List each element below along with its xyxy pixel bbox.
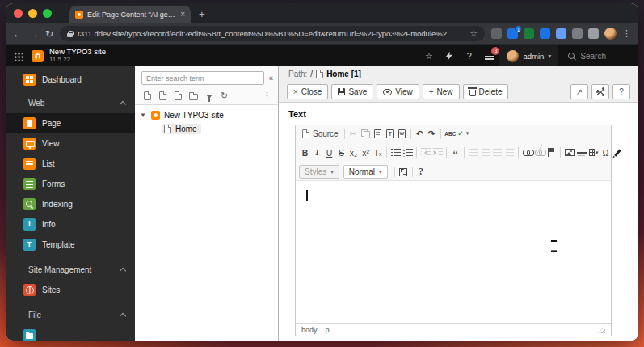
align-left-button[interactable] [467, 146, 479, 159]
sidebar-item-partial[interactable] [6, 325, 135, 341]
superscript-button[interactable]: x² [360, 146, 372, 159]
extension-icon-4[interactable] [540, 28, 550, 39]
strikethrough-button[interactable]: S [335, 146, 347, 159]
extension-icon-3[interactable] [524, 28, 534, 39]
tab-close-icon[interactable]: × [180, 11, 185, 19]
copy-button[interactable] [360, 127, 372, 140]
help-icon[interactable]: ? [459, 45, 479, 66]
format-dropdown[interactable]: Normal ▾ [343, 165, 388, 179]
table-button[interactable]: ▾ [587, 146, 600, 159]
close-window-button[interactable] [14, 9, 23, 18]
sidebar-item-dashboard[interactable]: Dashboard [6, 70, 135, 90]
tree-row-root[interactable]: ▼ New TYPO3 site [135, 108, 278, 122]
sidebar-section-site-management[interactable]: Site Management [6, 260, 135, 280]
horizontal-rule-button[interactable] [575, 146, 587, 159]
remove-format-button[interactable]: Tx [372, 146, 384, 159]
url-omnibox[interactable]: t311.ddev.site/typo3/record/edit?edit%5B… [60, 26, 485, 41]
italic-button[interactable]: I [311, 146, 323, 159]
sidebar-item-list[interactable]: List [6, 154, 135, 174]
extension-icon-5[interactable] [556, 28, 566, 39]
puzzle-extension-icon[interactable] [588, 28, 599, 39]
topbar-search[interactable]: Search [558, 45, 638, 66]
extension-icon-2[interactable]: 1 [507, 28, 518, 39]
extension-icon-6[interactable] [572, 28, 583, 39]
view-button[interactable]: View [377, 84, 419, 99]
align-justify-button[interactable] [503, 146, 516, 159]
subscript-button[interactable]: x₂ [347, 146, 360, 159]
align-right-button[interactable] [491, 146, 503, 159]
paste-button[interactable] [372, 127, 384, 140]
docheader-help-button[interactable]: ? [612, 84, 630, 99]
bookmark-icon[interactable]: ☆ [419, 45, 439, 66]
sidebar-item-sites[interactable]: Sites [6, 280, 135, 300]
anchor-button[interactable] [545, 146, 558, 159]
about-button[interactable]: ? [415, 166, 427, 179]
bookmark-star-icon[interactable]: ☆ [469, 28, 478, 39]
bulleted-list-button[interactable] [402, 146, 414, 159]
undo-button[interactable]: ↶ [414, 127, 426, 140]
insert-pen-button[interactable] [612, 146, 624, 159]
sidebar-item-page[interactable]: Page [6, 113, 135, 133]
styles-dropdown[interactable]: Styles ▾ [299, 165, 339, 179]
extension-icon-1[interactable] [491, 28, 502, 39]
sidebar-item-template[interactable]: Template [6, 235, 135, 255]
flush-cache-icon[interactable] [439, 45, 459, 66]
element-path-body[interactable]: body [301, 326, 318, 334]
tree-row-home[interactable]: Home [135, 122, 278, 136]
numbered-list-button[interactable] [389, 146, 402, 159]
minimize-window-button[interactable] [28, 9, 37, 18]
share-button[interactable] [591, 84, 609, 99]
unlink-button[interactable] [533, 146, 545, 159]
tree-expand-icon[interactable]: ▼ [140, 112, 147, 119]
save-button[interactable]: Save [331, 84, 373, 99]
align-center-button[interactable] [479, 146, 491, 159]
new-folder-icon[interactable] [188, 91, 199, 101]
delete-button[interactable]: Delete [463, 84, 509, 99]
user-menu[interactable]: admin ▾ [499, 45, 558, 66]
new-shortcut-page-icon[interactable] [158, 91, 168, 101]
special-char-button[interactable]: Ω [600, 146, 612, 159]
bold-button[interactable]: B [299, 146, 311, 159]
system-information-icon[interactable]: 3 [479, 45, 499, 66]
spellcheck-button[interactable]: ABC ✓ ▾ [444, 127, 470, 140]
browser-profile-avatar[interactable] [604, 28, 617, 40]
sidebar-item-forms[interactable]: Forms [6, 174, 135, 194]
sidebar-item-view[interactable]: View [6, 133, 135, 154]
blockquote-button[interactable]: “ [449, 149, 461, 162]
outdent-button[interactable] [419, 146, 431, 159]
module-menu-toggle[interactable] [6, 45, 30, 66]
redo-button[interactable]: ↷ [426, 127, 438, 140]
paste-word-button[interactable] [396, 127, 408, 140]
browser-tab[interactable]: Edit Page Content "AI generate... × [69, 6, 191, 23]
source-button[interactable]: Source [299, 127, 342, 140]
refresh-tree-icon[interactable]: ↻ [219, 91, 229, 101]
typo3-logo[interactable] [32, 50, 44, 62]
sidebar-section-web[interactable]: Web [6, 93, 135, 113]
underline-button[interactable]: U [323, 146, 335, 159]
filter-icon[interactable] [204, 91, 214, 101]
fullscreen-window-button[interactable] [43, 9, 52, 18]
sidebar-item-indexing[interactable]: Indexing [6, 194, 135, 214]
new-page-icon[interactable] [142, 91, 153, 101]
browser-menu-icon[interactable]: ⋮ [622, 28, 631, 39]
link-button[interactable] [521, 146, 533, 159]
new-button[interactable]: + New [423, 84, 460, 99]
open-new-window-button[interactable]: ↗ [570, 84, 588, 99]
back-icon[interactable]: ← [13, 28, 23, 40]
forward-icon[interactable]: → [29, 28, 39, 40]
indent-button[interactable] [431, 146, 444, 159]
resize-handle[interactable] [598, 326, 605, 333]
reload-icon[interactable]: ↻ [45, 28, 53, 40]
sidebar-item-info[interactable]: Info [6, 214, 135, 235]
element-path-p[interactable]: p [326, 326, 330, 334]
paste-text-button[interactable] [384, 127, 396, 140]
maximize-button[interactable] [398, 166, 410, 179]
collapse-tree-icon[interactable]: « [268, 74, 273, 83]
cut-button[interactable]: ✂ [347, 127, 360, 140]
tree-search-input[interactable] [141, 71, 264, 85]
new-tab-button[interactable]: + [199, 8, 205, 20]
close-button[interactable]: × Close [287, 84, 328, 99]
tree-more-icon[interactable]: ⋮ [263, 91, 271, 101]
rte-editing-area[interactable] [296, 180, 611, 323]
image-button[interactable] [563, 146, 575, 159]
